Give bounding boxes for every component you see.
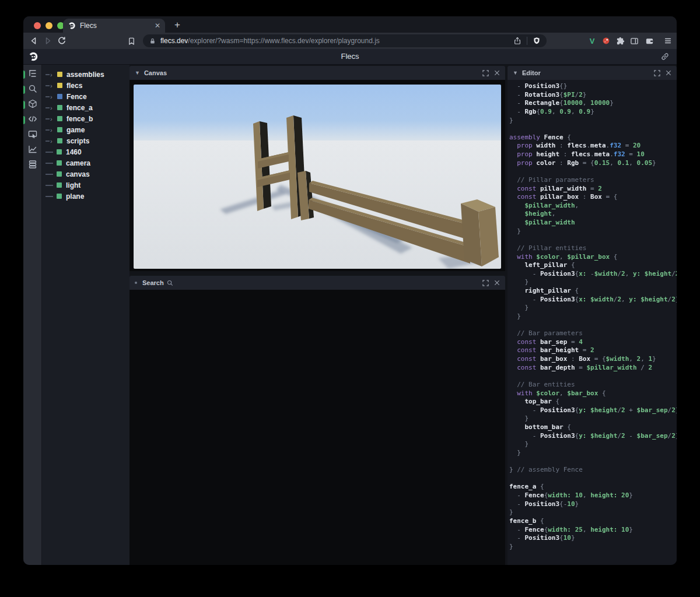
extensions-puzzle-icon[interactable] [615, 36, 625, 46]
code-line: bottom_bar { [509, 423, 677, 432]
rail-button-canvas-icon[interactable] [23, 100, 42, 110]
tree-item-canvas[interactable]: canvas [42, 168, 130, 180]
address-bar[interactable]: flecs.dev/explorer/?wasm=https://www.fle… [143, 34, 547, 47]
menu-icon[interactable] [663, 36, 673, 46]
chevron-right-icon[interactable]: › [50, 94, 54, 100]
rail-button-archive-icon[interactable] [23, 161, 42, 170]
wallet-icon[interactable] [644, 36, 654, 46]
chevron-right-icon[interactable]: › [50, 105, 54, 111]
url-path: /explorer/?wasm=https://www.flecs.dev/ex… [188, 37, 379, 45]
entity-color-swatch [57, 171, 62, 177]
rail-button-tree-view-icon[interactable] [23, 70, 42, 79]
back-button[interactable] [29, 36, 39, 46]
tree-item-label: plane [66, 192, 84, 201]
reload-button[interactable] [57, 36, 67, 46]
tree-guide-line [46, 196, 53, 197]
new-tab-button[interactable]: + [170, 18, 184, 32]
code-line: const bar_sep = 4 [509, 338, 677, 347]
tree-item-label: camera [66, 159, 90, 167]
3d-scene [134, 85, 501, 269]
tree-item-fence_a[interactable]: ›fence_a [42, 102, 130, 113]
icon-rail [23, 65, 42, 565]
tree-item-label: flecs [66, 82, 82, 90]
entity-color-swatch [57, 116, 62, 121]
code-line: - Fence{width: 25, height: 10} [509, 526, 677, 535]
browser-window: Flecs ✕ + flecs.dev/explorer/?wasm=https… [23, 16, 677, 565]
tree-guide-line [46, 163, 53, 164]
code-line: // Bar entities [509, 381, 677, 389]
link-icon[interactable] [660, 52, 670, 61]
close-icon[interactable] [494, 280, 500, 286]
chevron-down-icon[interactable]: ▼ [513, 70, 518, 76]
code-line: } [509, 227, 677, 236]
tree-item-plane[interactable]: plane [42, 191, 130, 202]
tree-item-fence_b[interactable]: ›fence_b [42, 113, 130, 124]
tree-item-assemblies[interactable]: ›assemblies [42, 69, 130, 80]
close-icon[interactable] [666, 70, 671, 76]
vue-devtools-extension-icon[interactable]: V [587, 36, 597, 46]
code-line: const bar_depth = $pillar_width / 2 [509, 364, 677, 373]
forward-button[interactable] [43, 36, 53, 46]
app-body: ›assemblies›flecs›Fence›fence_a›fence_b›… [23, 65, 677, 565]
collapsed-dot-icon[interactable] [135, 282, 137, 284]
active-indicator [23, 101, 25, 109]
minimize-window-button[interactable] [46, 22, 52, 29]
code-line: right_pillar { [509, 287, 677, 296]
code-line: - Position3{x: $width/2, y: $height/2} [509, 296, 677, 304]
browser-tab[interactable]: Flecs ✕ [63, 19, 165, 33]
code-line: const bar_box : Box = {$width, 2, 1} [509, 355, 677, 364]
rail-button-inspector-icon[interactable] [23, 131, 42, 140]
code-line: prop height : flecs.meta.f32 = 10 [509, 150, 677, 159]
close-window-button[interactable] [34, 22, 41, 29]
chevron-down-icon[interactable]: ▼ [135, 70, 140, 76]
bookmark-icon[interactable] [126, 36, 136, 46]
red-extension-icon[interactable] [601, 36, 611, 46]
canvas-viewport[interactable] [130, 80, 505, 271]
tree-item-game[interactable]: ›game [42, 124, 130, 135]
chevron-right-icon[interactable]: › [50, 116, 54, 122]
tab-close-icon[interactable]: ✕ [155, 22, 160, 30]
fullscreen-icon[interactable] [482, 280, 489, 286]
code-line: const pillar_width = 2 [509, 185, 677, 194]
code-line [509, 321, 677, 330]
fullscreen-icon[interactable] [482, 70, 489, 76]
tree-item-label: light [66, 181, 80, 189]
entity-color-swatch [57, 127, 62, 132]
rail-button-code-icon[interactable] [23, 115, 42, 125]
entity-color-swatch [57, 94, 62, 99]
tree-item-scripts[interactable]: ›scripts [42, 135, 130, 146]
tree-item-light[interactable]: light [42, 180, 130, 191]
chevron-right-icon[interactable]: › [50, 138, 54, 144]
entity-color-swatch [57, 83, 62, 88]
rail-button-stats-icon[interactable] [23, 146, 42, 155]
fullscreen-icon[interactable] [654, 70, 660, 76]
page-title: Flecs [23, 49, 677, 64]
tree-item-flecs[interactable]: ›flecs [42, 80, 130, 91]
share-icon[interactable] [513, 37, 522, 45]
search-results-area[interactable] [130, 290, 505, 565]
tree-item-label: scripts [66, 137, 89, 145]
chevron-right-icon[interactable]: › [50, 83, 54, 89]
tree-item-1460[interactable]: 1460 [42, 146, 130, 157]
tree-guide-line [46, 152, 53, 153]
search-panel-header: Search [130, 276, 505, 290]
sidebar-toggle-icon[interactable] [629, 36, 639, 46]
chevron-right-icon[interactable]: › [50, 127, 54, 133]
close-icon[interactable] [494, 70, 500, 76]
chevron-right-icon[interactable]: › [50, 72, 54, 78]
code-line: - Fence{width: 10, height: 20} [509, 491, 677, 500]
browser-toolbar: flecs.dev/explorer/?wasm=https://www.fle… [23, 33, 677, 49]
code-line: - Position3{-10} [509, 500, 677, 509]
code-line: prop color : Rgb = {0.15, 0.1, 0.05} [509, 159, 677, 168]
code-line: // Pillar parameters [509, 176, 677, 185]
code-line: } [509, 304, 677, 312]
tree-item-camera[interactable]: camera [42, 157, 130, 168]
editor-panel: ▼ Editor - Position3{} - Rotation3{$PI/2… [508, 65, 677, 565]
app-header: Flecs [23, 49, 677, 65]
tree-item-Fence[interactable]: ›Fence [42, 91, 130, 102]
code-editor[interactable]: - Position3{} - Rotation3{$PI/2} - Recta… [508, 80, 677, 565]
code-line: } [509, 543, 677, 552]
rail-button-search-icon[interactable] [23, 85, 42, 94]
brave-shield-icon[interactable] [533, 37, 541, 45]
window-controls [34, 22, 64, 29]
